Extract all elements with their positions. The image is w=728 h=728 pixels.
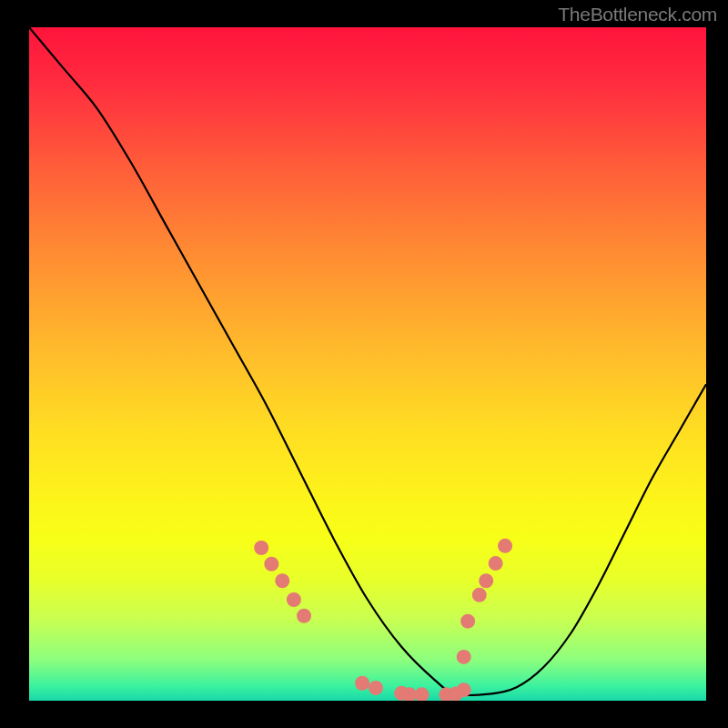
highlight-point [472, 588, 487, 602]
watermark-text: TheBottleneck.com [558, 4, 717, 25]
highlight-point [415, 687, 430, 701]
highlight-point [275, 573, 289, 588]
highlight-point [489, 556, 503, 571]
highlight-point [369, 681, 383, 695]
highlight-point [287, 592, 301, 607]
bottleneck-curve [29, 27, 706, 695]
highlight-point [460, 614, 475, 629]
highlight-point [457, 682, 471, 697]
highlight-point [355, 676, 369, 691]
chart-plot-area [29, 27, 706, 701]
highlight-point [498, 539, 512, 553]
highlight-point [479, 573, 493, 588]
highlight-point [264, 557, 278, 571]
highlight-point [297, 609, 311, 623]
highlight-point [254, 541, 268, 555]
highlight-point [457, 650, 471, 664]
chart-svg [29, 27, 706, 701]
highlight-points-group [254, 539, 512, 701]
